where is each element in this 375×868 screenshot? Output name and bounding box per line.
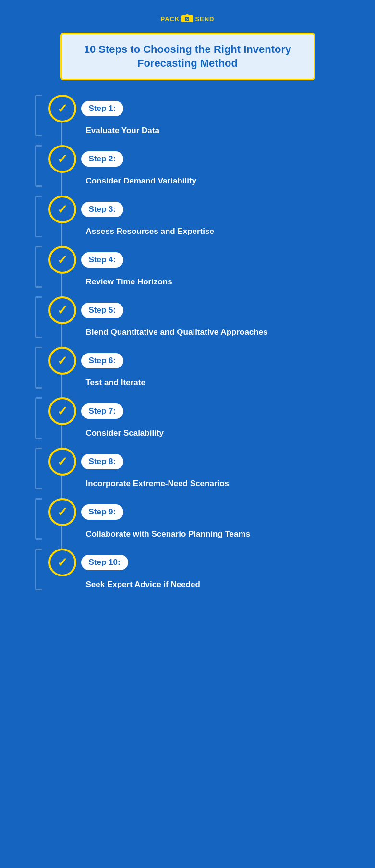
step-header-4: ✓Step 4: (48, 246, 337, 274)
step-circle-6: ✓ (48, 347, 76, 375)
step-circle-9: ✓ (48, 498, 76, 526)
step-label-7: Step 7: (89, 406, 116, 416)
step-description-9: Collaborate with Scenario Planning Teams (86, 529, 337, 540)
checkmark-icon-5: ✓ (57, 304, 68, 317)
step-header-9: ✓Step 9: (48, 498, 337, 526)
step-header-10: ✓Step 10: (48, 549, 337, 576)
checkmark-icon-7: ✓ (57, 405, 68, 417)
step-description-8: Incorporate Extreme-Need Scenarios (86, 478, 337, 489)
step-header-3: ✓Step 3: (48, 196, 337, 223)
bracket-10 (35, 549, 42, 590)
step-label-8: Step 8: (89, 457, 116, 466)
step-circle-4: ✓ (48, 246, 76, 274)
title-box: 10 Steps to Choosing the Right Inventory… (60, 33, 315, 80)
checkmark-icon-9: ✓ (57, 506, 68, 518)
step-circle-10: ✓ (48, 549, 76, 576)
bracket-5 (35, 296, 42, 338)
svg-text:✕: ✕ (186, 18, 189, 21)
step-wrapper-7: ✓Step 7:Consider Scalability (39, 397, 337, 439)
checkmark-icon-3: ✓ (57, 203, 68, 216)
step-wrapper-9: ✓Step 9:Collaborate with Scenario Planni… (39, 498, 337, 540)
step-description-5: Blend Quantitative and Qualitative Appro… (86, 327, 337, 338)
checkmark-icon-6: ✓ (57, 355, 68, 367)
step-header-1: ✓Step 1: (48, 95, 337, 122)
step-circle-8: ✓ (48, 448, 76, 476)
bracket-6 (35, 347, 42, 389)
step-description-4: Review Time Horizons (86, 277, 337, 288)
bracket-9 (35, 498, 42, 540)
logo: PACK ✕ SEND (161, 13, 215, 24)
bracket-8 (35, 448, 42, 489)
step-wrapper-4: ✓Step 4:Review Time Horizons (39, 246, 337, 288)
step-label-pill-6: Step 6: (81, 353, 124, 368)
step-wrapper-6: ✓Step 6:Test and Iterate (39, 347, 337, 389)
step-header-6: ✓Step 6: (48, 347, 337, 375)
step-label-2: Step 2: (89, 154, 116, 163)
logo-text-right: SEND (195, 15, 214, 23)
step-label-pill-9: Step 9: (81, 504, 124, 520)
logo-icon: ✕ (181, 13, 194, 24)
step-label-pill-1: Step 1: (81, 101, 124, 116)
bracket-4 (35, 246, 42, 288)
logo-text-left: PACK (161, 15, 180, 23)
checkmark-icon-1: ✓ (57, 102, 68, 115)
checkmark-icon-4: ✓ (57, 254, 68, 266)
step-label-pill-10: Step 10: (81, 555, 128, 570)
step-label-9: Step 9: (89, 507, 116, 516)
step-header-8: ✓Step 8: (48, 448, 337, 476)
checkmark-icon-8: ✓ (57, 455, 68, 468)
step-circle-7: ✓ (48, 397, 76, 425)
bracket-3 (35, 196, 42, 237)
step-description-7: Consider Scalability (86, 428, 337, 439)
step-wrapper-8: ✓Step 8:Incorporate Extreme-Need Scenari… (39, 448, 337, 489)
step-label-1: Step 1: (89, 104, 116, 113)
checkmark-icon-2: ✓ (57, 153, 68, 165)
step-label-3: Step 3: (89, 205, 116, 214)
step-label-pill-7: Step 7: (81, 403, 124, 419)
step-header-7: ✓Step 7: (48, 397, 337, 425)
step-wrapper-2: ✓Step 2:Consider Demand Variability (39, 145, 337, 187)
step-circle-2: ✓ (48, 145, 76, 173)
step-label-10: Step 10: (89, 558, 121, 567)
step-description-2: Consider Demand Variability (86, 176, 337, 187)
bracket-7 (35, 397, 42, 439)
step-wrapper-10: ✓Step 10:Seek Expert Advice if Needed (39, 549, 337, 590)
step-description-1: Evaluate Your Data (86, 125, 337, 136)
step-header-5: ✓Step 5: (48, 296, 337, 324)
step-wrapper-3: ✓Step 3:Assess Resources and Expertise (39, 196, 337, 237)
step-label-pill-2: Step 2: (81, 151, 124, 167)
step-label-4: Step 4: (89, 255, 116, 264)
step-label-5: Step 5: (89, 306, 116, 315)
step-circle-3: ✓ (48, 196, 76, 223)
step-circle-1: ✓ (48, 95, 76, 122)
step-label-pill-8: Step 8: (81, 454, 124, 469)
step-description-3: Assess Resources and Expertise (86, 226, 337, 237)
step-label-pill-5: Step 5: (81, 303, 124, 318)
step-label-6: Step 6: (89, 356, 116, 365)
step-wrapper-5: ✓Step 5:Blend Quantitative and Qualitati… (39, 296, 337, 338)
step-label-pill-3: Step 3: (81, 202, 124, 217)
step-circle-5: ✓ (48, 296, 76, 324)
step-description-6: Test and Iterate (86, 378, 337, 389)
page-title: 10 Steps to Choosing the Right Inventory… (84, 43, 291, 69)
bracket-1 (35, 95, 42, 136)
step-description-10: Seek Expert Advice if Needed (86, 579, 337, 590)
checkmark-icon-10: ✓ (57, 556, 68, 569)
step-header-2: ✓Step 2: (48, 145, 337, 173)
bracket-2 (35, 145, 42, 187)
steps-container: ✓Step 1:Evaluate Your Data✓Step 2:Consid… (39, 95, 337, 599)
step-wrapper-1: ✓Step 1:Evaluate Your Data (39, 95, 337, 136)
step-label-pill-4: Step 4: (81, 252, 124, 268)
